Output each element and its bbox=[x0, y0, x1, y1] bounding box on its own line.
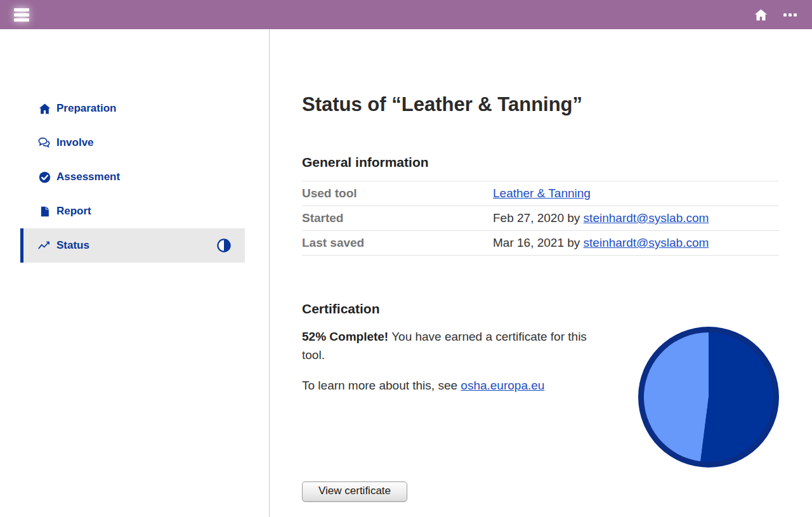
last-saved-by-email-link[interactable]: steinhardt@syslab.com bbox=[584, 236, 709, 249]
row-value: Feb 27, 2020 by steinhardt@syslab.com bbox=[493, 206, 779, 231]
pie-slice-remaining bbox=[644, 332, 709, 461]
learn-more-prefix: To learn more about this, see bbox=[302, 379, 461, 392]
home-icon[interactable] bbox=[754, 8, 768, 22]
progress-pie-chart bbox=[638, 327, 779, 468]
sidebar-item-label: Status bbox=[56, 239, 89, 252]
used-tool-link[interactable]: Leather & Tanning bbox=[493, 187, 591, 200]
table-row: Used tool Leather & Tanning bbox=[302, 181, 779, 206]
started-by-email-link[interactable]: steinhardt@syslab.com bbox=[584, 211, 709, 225]
general-information-heading: General information bbox=[302, 154, 779, 171]
sidebar: Preparation Involve As bbox=[0, 29, 270, 517]
sidebar-item-status[interactable]: Status bbox=[20, 228, 245, 263]
sidebar-item-label: Report bbox=[56, 205, 91, 218]
row-value: Leather & Tanning bbox=[493, 181, 779, 206]
hamburger-menu-icon[interactable] bbox=[14, 6, 30, 23]
general-information-section: General information Used tool Leather & … bbox=[302, 154, 779, 256]
sidebar-item-report[interactable]: Report bbox=[20, 194, 245, 228]
completion-percent: 52% Complete! bbox=[302, 330, 388, 343]
row-value-text: Feb 27, 2020 by bbox=[493, 211, 584, 225]
file-icon bbox=[38, 205, 51, 218]
sidebar-item-label: Preparation bbox=[56, 102, 116, 115]
osha-europa-link[interactable]: osha.europa.eu bbox=[461, 379, 544, 392]
sidebar-item-label: Involve bbox=[56, 136, 94, 149]
row-label: Used tool bbox=[302, 181, 493, 206]
table-row: Started Feb 27, 2020 by steinhardt@sysla… bbox=[302, 206, 779, 231]
general-information-table: Used tool Leather & Tanning Started Feb … bbox=[302, 181, 779, 256]
table-row: Last saved Mar 16, 2021 by steinhardt@sy… bbox=[302, 231, 779, 256]
row-label: Started bbox=[302, 206, 493, 231]
page-title: Status of “Leather & Tanning” bbox=[302, 92, 779, 117]
sidebar-item-involve[interactable]: Involve bbox=[20, 126, 245, 160]
main-content: Status of “Leather & Tanning” General in… bbox=[270, 29, 812, 517]
home-icon bbox=[38, 102, 51, 115]
sidebar-item-assessment[interactable]: Assessment bbox=[20, 160, 245, 194]
learn-more-text: To learn more about this, see osha.europ… bbox=[302, 376, 600, 395]
half-circle-progress-icon bbox=[217, 239, 231, 252]
view-certificate-button[interactable]: View certificate bbox=[302, 481, 407, 502]
chart-line-icon bbox=[38, 239, 51, 252]
certification-heading: Certification bbox=[302, 301, 779, 317]
row-label: Last saved bbox=[302, 231, 493, 256]
row-value: Mar 16, 2021 by steinhardt@syslab.com bbox=[493, 231, 779, 256]
sidebar-item-label: Assessment bbox=[56, 171, 120, 183]
check-circle-icon bbox=[38, 171, 51, 183]
completion-text: 52% Complete! You have earned a certific… bbox=[302, 327, 600, 364]
comments-icon bbox=[38, 136, 51, 149]
certification-section: Certification 52% Complete! You have ear… bbox=[302, 301, 779, 502]
row-value-text: Mar 16, 2021 by bbox=[493, 236, 584, 249]
ellipsis-icon[interactable] bbox=[783, 8, 797, 22]
top-bar bbox=[0, 0, 812, 29]
sidebar-item-preparation[interactable]: Preparation bbox=[20, 91, 245, 126]
